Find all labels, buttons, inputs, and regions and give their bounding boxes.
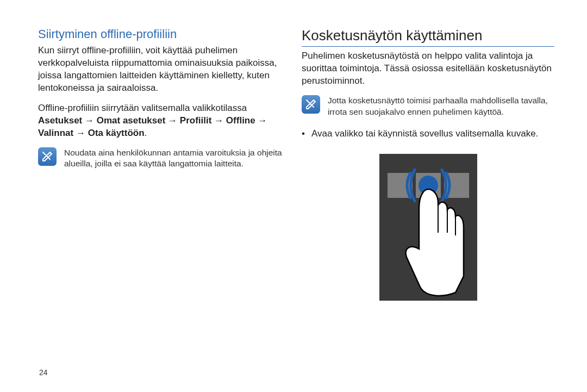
right-heading: Kosketusnäytön käyttäminen [302, 27, 554, 47]
left-step-ota-kayttoon: Ota käyttöön [88, 128, 145, 138]
left-step-asetukset: Asetukset [38, 115, 82, 126]
note-icon [38, 147, 57, 166]
right-note-block: Jotta kosketusnäyttö toimisi parhaalla m… [302, 95, 554, 118]
arrow-icon: → [85, 115, 94, 126]
left-para-2: Offline-profiiliin siirrytään valitsemal… [38, 102, 285, 140]
right-bullet-1: • Avaa valikko tai käynnistä sovellus va… [302, 128, 554, 140]
left-column: Siirtyminen offline-profiiliin Kun siirr… [38, 27, 302, 376]
bullet-dot-icon: • [302, 128, 311, 140]
left-step-profiilit: Profiilit [180, 115, 212, 126]
left-para-1: Kun siirryt offline-profiiliin, voit käy… [38, 45, 285, 95]
left-para-2-lead: Offline-profiiliin siirrytään valitsemal… [38, 103, 247, 113]
left-subheading: Siirtyminen offline-profiiliin [38, 27, 285, 41]
left-note-block: Noudata aina henkilökunnan antamia varoi… [38, 147, 285, 170]
arrow-icon: → [76, 128, 85, 138]
left-step-valinnat: Valinnat [38, 128, 73, 138]
arrow-icon: → [214, 115, 223, 126]
page: Siirtyminen offline-profiiliin Kun siirr… [0, 0, 587, 392]
right-note-text: Jotta kosketusnäyttö toimisi parhaalla m… [328, 95, 554, 118]
right-para-1: Puhelimen kosketusnäytöstä on helppo val… [302, 50, 554, 88]
right-bullet-1-text: Avaa valikko tai käynnistä sovellus vali… [311, 128, 538, 140]
left-note-text: Noudata aina henkilökunnan antamia varoi… [64, 147, 285, 170]
note-icon [302, 95, 320, 114]
page-number: 24 [39, 368, 48, 377]
arrow-icon: → [258, 115, 267, 126]
touch-figure [302, 151, 554, 303]
touchscreen-tap-illustration [377, 151, 480, 303]
arrow-icon: → [168, 115, 177, 126]
left-step-offline: Offline [226, 115, 255, 126]
left-step-omat-asetukset: Omat asetukset [97, 115, 166, 126]
right-column: Kosketusnäytön käyttäminen Puhelimen kos… [302, 27, 565, 376]
